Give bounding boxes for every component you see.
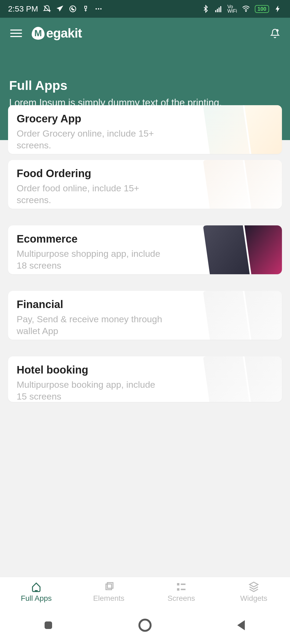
card-desc: Order Grocery online, include 15+ screen… <box>17 127 165 151</box>
svg-point-8 <box>245 11 246 12</box>
svg-point-0 <box>70 6 76 12</box>
app-icon <box>82 5 90 13</box>
nav-screens[interactable]: Screens <box>145 581 218 603</box>
charging-icon <box>274 5 282 13</box>
status-left: 2:53 PM <box>8 4 103 13</box>
card-desc: Multipurpose booking app, include 15 scr… <box>17 379 165 402</box>
card-grocery[interactable]: Grocery App Order Grocery online, includ… <box>8 105 282 154</box>
app-bar: M egakit <box>0 18 290 46</box>
signal-icon <box>215 5 223 13</box>
menu-button[interactable] <box>10 30 22 37</box>
nav-label: Screens <box>168 594 195 603</box>
more-icon <box>95 5 103 13</box>
nav-label: Widgets <box>240 594 267 603</box>
status-bar: 2:53 PM VoWiFi 100 <box>0 0 290 18</box>
page-title: Full Apps <box>9 78 281 93</box>
nav-widgets[interactable]: Widgets <box>218 581 290 603</box>
stack-icon <box>248 581 259 592</box>
card-thumbnail <box>203 225 282 274</box>
card-ecommerce[interactable]: Ecommerce Multipurpose shopping app, inc… <box>8 225 282 274</box>
logo[interactable]: M egakit <box>32 26 82 41</box>
svg-rect-10 <box>106 584 112 590</box>
system-nav <box>0 606 290 644</box>
svg-rect-5 <box>217 9 218 12</box>
home-button[interactable] <box>137 618 153 633</box>
battery-indicator: 100 <box>255 5 269 13</box>
vowifi-icon: VoWiFi <box>227 5 237 13</box>
home-icon <box>31 581 42 592</box>
svg-rect-4 <box>215 10 216 12</box>
svg-point-9 <box>277 30 278 31</box>
logo-text: egakit <box>46 26 82 41</box>
app-bar-left: M egakit <box>10 26 82 41</box>
wifi-icon <box>242 5 250 13</box>
status-right: VoWiFi 100 <box>202 5 282 13</box>
status-time: 2:53 PM <box>8 4 38 13</box>
back-button[interactable] <box>234 618 249 633</box>
logo-icon: M <box>32 27 45 40</box>
card-desc: Order food online, include 15+ screens. <box>17 182 165 206</box>
svg-point-1 <box>95 8 97 10</box>
card-food[interactable]: Food Ordering Order food online, include… <box>8 160 282 209</box>
svg-point-3 <box>100 8 102 10</box>
card-financial[interactable]: Financial Pay, Send & receive money thro… <box>8 291 282 340</box>
svg-rect-15 <box>181 589 186 590</box>
svg-rect-6 <box>219 8 220 12</box>
svg-point-17 <box>139 620 151 631</box>
grid-icon <box>176 581 187 592</box>
card-thumbnail <box>203 291 282 340</box>
bluetooth-icon <box>202 5 210 13</box>
card-hotel[interactable]: Hotel booking Multipurpose booking app, … <box>8 356 282 402</box>
telegram-icon <box>56 5 64 13</box>
svg-rect-11 <box>107 583 113 588</box>
nav-label: Elements <box>93 594 125 603</box>
svg-rect-13 <box>181 583 186 585</box>
card-desc: Multipurpose shopping app, include 18 sc… <box>17 248 165 271</box>
card-desc: Pay, Send & receive money through wallet… <box>17 313 165 337</box>
recent-apps-button[interactable] <box>41 618 56 633</box>
cards-list[interactable]: Grocery App Order Grocery online, includ… <box>0 105 290 577</box>
svg-point-2 <box>98 8 99 10</box>
layers-icon <box>103 581 114 592</box>
svg-rect-14 <box>177 588 179 591</box>
nav-label: Full Apps <box>21 594 52 603</box>
svg-rect-7 <box>220 6 221 12</box>
card-thumbnail <box>203 160 282 209</box>
nav-full-apps[interactable]: Full Apps <box>0 581 73 603</box>
notifications-button[interactable] <box>270 28 280 38</box>
whatsapp-icon <box>69 5 77 13</box>
bottom-nav: Full Apps Elements Screens Widgets <box>0 577 290 606</box>
card-thumbnail <box>203 356 282 402</box>
svg-rect-16 <box>45 621 52 629</box>
alarm-off-icon <box>43 5 51 13</box>
nav-elements[interactable]: Elements <box>73 581 145 603</box>
svg-rect-12 <box>177 583 179 586</box>
card-thumbnail <box>203 105 282 154</box>
